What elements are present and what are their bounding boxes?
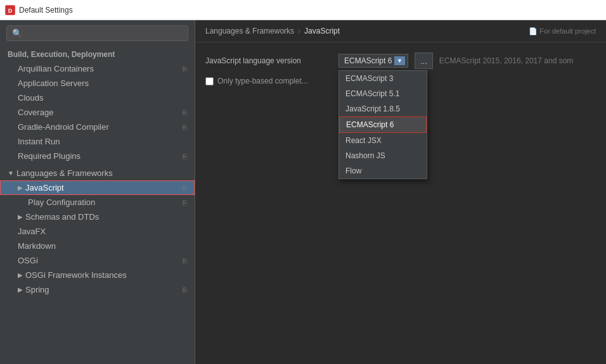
dropdown-option-ecma51[interactable]: ECMAScript 5.1	[339, 86, 427, 101]
selected-version-text: ECMAScript 6	[344, 56, 392, 65]
sidebar-item-clouds[interactable]: Clouds	[0, 91, 195, 105]
sidebar-item-label: Clouds	[18, 93, 43, 103]
version-dropdown-wrapper: ECMAScript 6 ▼ ECMAScript 3 ECMAScript 5…	[338, 54, 408, 68]
sidebar-item-label: Instant Run	[18, 137, 60, 146]
dropdown-option-ecma6[interactable]: ECMAScript 6	[339, 116, 427, 133]
section-label: Languages & Frameworks	[16, 168, 113, 178]
dropdown-option-js185[interactable]: JavaScript 1.8.5	[339, 101, 427, 116]
sidebar-item-markdown[interactable]: Markdown	[0, 239, 195, 253]
sidebar-item-spring[interactable]: ▶ Spring ⎘	[0, 282, 195, 297]
for-default-text: For default project	[539, 27, 596, 35]
build-section-header: Build, Execution, Deployment	[0, 46, 195, 61]
breadcrumb-part1: Languages & Frameworks	[205, 27, 294, 35]
sidebar-item-label: JavaFX	[18, 227, 46, 236]
sidebar: 🔍 Build, Execution, Deployment Arquillia…	[0, 20, 195, 364]
expand-arrow: ▶	[18, 272, 23, 279]
for-default-label: 📄 For default project	[529, 27, 596, 35]
sidebar-item-label: Markdown	[18, 241, 56, 251]
dropdown-option-flow[interactable]: Flow	[339, 163, 427, 179]
js-version-label: JavaScript language version	[205, 56, 332, 65]
breadcrumb-part2: JavaScript	[304, 27, 340, 35]
version-note-text: ECMAScript 2015, 2016, 2017 and som	[439, 56, 573, 65]
sidebar-item-label: OSGi Framework Instances	[25, 270, 127, 280]
main-container: 🔍 Build, Execution, Deployment Arquillia…	[0, 20, 606, 364]
content-area: Languages & Frameworks › JavaScript 📄 Fo…	[195, 20, 606, 364]
copy-icon: ⎘	[183, 153, 187, 160]
copy-icon: ⎘	[183, 184, 187, 192]
window-title: Default Settings	[19, 6, 73, 15]
dropdown-option-react-jsx[interactable]: React JSX	[339, 133, 427, 148]
sidebar-item-label: Coverage	[18, 108, 53, 117]
sidebar-item-osgi-framework[interactable]: ▶ OSGi Framework Instances	[0, 268, 195, 282]
version-dropdown-menu: ECMAScript 3 ECMAScript 5.1 JavaScript 1…	[338, 70, 427, 179]
expand-arrow: ▶	[18, 184, 23, 191]
sidebar-item-play-config[interactable]: Play Configuration ⎘	[0, 195, 195, 210]
breadcrumb: Languages & Frameworks › JavaScript 📄 Fo…	[195, 20, 606, 42]
content-body: JavaScript language version ECMAScript 6…	[195, 42, 606, 364]
sidebar-item-label: Arquillian Containers	[18, 64, 94, 73]
sidebar-content: Build, Execution, Deployment Arquillian …	[0, 46, 195, 364]
sidebar-item-label: JavaScript	[25, 183, 64, 192]
search-icon: 🔍	[12, 28, 22, 38]
sidebar-item-label: Required Plugins	[18, 151, 81, 161]
search-box[interactable]: 🔍	[6, 25, 188, 41]
sidebar-section-languages[interactable]: ▼ Languages & Frameworks	[0, 166, 195, 180]
sidebar-item-label: OSGi	[18, 256, 38, 265]
sidebar-item-label: Gradle-Android Compiler	[18, 122, 109, 132]
search-input[interactable]	[26, 29, 183, 38]
copy-icon: ⎘	[183, 109, 187, 116]
sidebar-item-osgi[interactable]: OSGi ⎘	[0, 253, 195, 268]
type-based-checkbox[interactable]	[205, 77, 214, 85]
dropdown-arrow-icon: ▼	[394, 56, 405, 65]
version-dropdown-button[interactable]: ECMAScript 6 ▼	[338, 54, 408, 68]
expand-arrow: ▶	[18, 213, 23, 220]
sidebar-item-label: Schemas and DTDs	[25, 212, 99, 222]
type-based-label: Only type-based complet...	[217, 77, 308, 85]
sidebar-item-label: Application Servers	[18, 78, 89, 88]
expand-arrow: ▶	[18, 286, 23, 293]
dropdown-option-ecma3[interactable]: ECMAScript 3	[339, 71, 427, 86]
breadcrumb-separator: ›	[298, 27, 300, 35]
copy-icon: ⎘	[183, 286, 187, 294]
copy-icon: ⎘	[183, 65, 187, 73]
sidebar-item-instant-run[interactable]: Instant Run	[0, 134, 195, 149]
title-bar: D Default Settings	[0, 0, 606, 20]
sidebar-item-label: Spring	[25, 285, 49, 294]
sidebar-item-schemas[interactable]: ▶ Schemas and DTDs	[0, 210, 195, 224]
copy-icon: ⎘	[183, 123, 187, 131]
app-icon: D	[5, 5, 15, 15]
svg-text:D: D	[8, 8, 13, 14]
page-icon: 📄	[529, 27, 538, 35]
copy-icon: ⎘	[183, 199, 187, 206]
sidebar-item-label: Play Configuration	[28, 198, 95, 207]
sidebar-item-arquillian[interactable]: Arquillian Containers ⎘	[0, 61, 195, 76]
sidebar-item-required-plugins[interactable]: Required Plugins ⎘	[0, 149, 195, 163]
sidebar-item-coverage[interactable]: Coverage ⎘	[0, 105, 195, 120]
copy-icon: ⎘	[183, 257, 187, 265]
sidebar-item-javafx[interactable]: JavaFX	[0, 224, 195, 239]
sidebar-item-app-servers[interactable]: Application Servers	[0, 76, 195, 91]
dropdown-option-nashorn[interactable]: Nashorn JS	[339, 148, 427, 163]
sidebar-item-gradle[interactable]: Gradle-Android Compiler ⎘	[0, 120, 195, 134]
collapse-arrow: ▼	[8, 170, 14, 177]
js-version-row: JavaScript language version ECMAScript 6…	[205, 53, 596, 69]
sidebar-item-javascript[interactable]: ▶ JavaScript ⎘	[0, 180, 195, 195]
more-options-button[interactable]: ...	[415, 53, 433, 69]
